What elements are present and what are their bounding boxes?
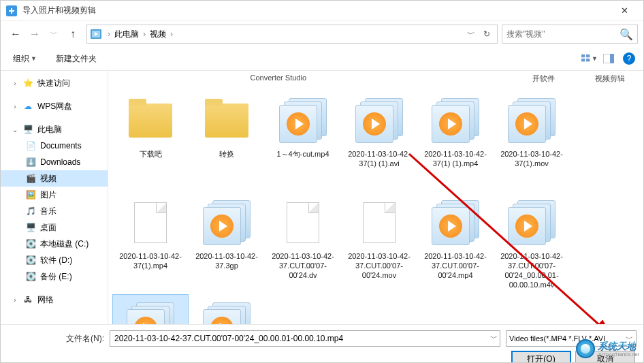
drive-icon: 💽 bbox=[25, 238, 36, 249]
breadcrumb-separator: › bbox=[106, 29, 112, 39]
open-button[interactable]: 打开(O) bbox=[511, 351, 571, 363]
music-icon: 🎵 bbox=[25, 206, 36, 217]
preview-pane-button[interactable] bbox=[600, 51, 617, 66]
tree-network[interactable]: ›🖧网络 bbox=[1, 291, 108, 308]
file-label: 2020-11-03-10-42-37(1) (1).avi bbox=[344, 149, 414, 168]
new-folder-button[interactable]: 新建文件夹 bbox=[52, 50, 101, 67]
search-input[interactable] bbox=[506, 29, 619, 39]
address-dropdown[interactable]: ﹀ bbox=[463, 29, 479, 40]
navbar: ← → ﹀ ↑ › 此电脑 › 视频 › ﹀ ↻ 🔍 bbox=[1, 21, 643, 47]
file-item[interactable]: 2020-11-03-10-42-37(1) (1).mp4 bbox=[417, 90, 494, 192]
svg-rect-5 bbox=[586, 54, 590, 57]
recent-dropdown[interactable]: ﹀ bbox=[44, 25, 63, 44]
svg-rect-9 bbox=[610, 54, 614, 63]
video-thumb-icon bbox=[201, 299, 253, 324]
drive-icon: 💽 bbox=[25, 255, 36, 266]
folder-icon bbox=[201, 95, 253, 146]
file-item[interactable]: 2020-11-03-10-42-37.CUT.00'07-00'28.avi bbox=[189, 294, 265, 324]
watermark: 系统天地 XiTongTianDi.net bbox=[576, 339, 639, 358]
file-label: 2020-11-03-10-42-37.CUT.00'07-00'24.dv bbox=[268, 251, 338, 280]
watermark-url: XiTongTianDi.net bbox=[598, 351, 639, 358]
svg-rect-7 bbox=[586, 59, 590, 61]
tree-wps[interactable]: ›☁WPS网盘 bbox=[1, 98, 108, 114]
up-button[interactable]: ↑ bbox=[63, 25, 82, 44]
video-thumb-icon bbox=[353, 95, 405, 146]
file-item[interactable]: 2020-11-03-10-42-37(1).mp4 bbox=[112, 192, 189, 294]
watermark-logo-icon bbox=[576, 339, 595, 358]
video-thumb-icon bbox=[430, 95, 481, 146]
video-thumb-icon bbox=[125, 299, 176, 324]
back-button[interactable]: ← bbox=[6, 25, 25, 44]
close-button[interactable]: ✕ bbox=[611, 5, 638, 16]
toolbar: 组织▼ 新建文件夹 ▼ ? bbox=[1, 47, 643, 70]
tree-documents[interactable]: 📄Documents bbox=[1, 138, 108, 154]
filename-dropdown[interactable]: ﹀ bbox=[490, 333, 498, 343]
file-item[interactable]: 下载吧 bbox=[112, 90, 189, 192]
document-icon bbox=[353, 197, 405, 249]
watermark-text: 系统天地 bbox=[598, 341, 636, 351]
app-icon bbox=[6, 5, 17, 16]
download-icon: ⬇️ bbox=[25, 157, 36, 168]
drive-icon: 💽 bbox=[25, 271, 36, 282]
file-item[interactable]: 2020-11-03-10-42-37(1).mov bbox=[494, 90, 570, 192]
file-list[interactable]: Converter Studio 开软件 视频剪辑 下载吧转换1～4句-cut.… bbox=[108, 71, 643, 324]
refresh-button[interactable]: ↻ bbox=[479, 29, 494, 39]
window-title: 导入照片和视频剪辑 bbox=[22, 5, 611, 16]
video-icon: 🎬 bbox=[25, 173, 36, 184]
file-label: 2020-11-03-10-42-37(1).mp4 bbox=[116, 251, 185, 270]
folder-icon bbox=[125, 95, 176, 146]
tree-soft-d[interactable]: 💽软件 (D:) bbox=[1, 252, 108, 268]
tree-music[interactable]: 🎵音乐 bbox=[1, 203, 108, 219]
file-item[interactable]: 2020-11-03-10-42-37(1) (1).avi bbox=[341, 90, 417, 192]
help-button[interactable]: ? bbox=[623, 52, 635, 65]
tree-desktop[interactable]: 🖥️桌面 bbox=[1, 219, 108, 236]
tree-videos[interactable]: 🎬视频 bbox=[1, 170, 108, 187]
main-area: ›⭐快速访问 ›☁WPS网盘 ⌄🖥️此电脑 📄Documents ⬇️Downl… bbox=[1, 71, 643, 324]
filename-input[interactable] bbox=[110, 330, 500, 347]
navigation-tree[interactable]: ›⭐快速访问 ›☁WPS网盘 ⌄🖥️此电脑 📄Documents ⬇️Downl… bbox=[1, 71, 108, 324]
video-thumb-icon bbox=[277, 95, 329, 146]
file-item[interactable]: 2020-11-03-10-42-37.3gp bbox=[189, 192, 265, 294]
breadcrumb-separator: › bbox=[142, 29, 147, 39]
file-item[interactable]: 1～4句-cut.mp4 bbox=[265, 90, 341, 192]
titlebar: 导入照片和视频剪辑 ✕ bbox=[1, 1, 643, 21]
file-item[interactable]: 2020-11-03-10-42-37.CUT.00'07-00'24_00.0… bbox=[112, 294, 189, 324]
view-mode-button[interactable]: ▼ bbox=[581, 51, 598, 66]
breadcrumb-videos[interactable]: 视频 bbox=[147, 29, 169, 40]
tree-this-pc[interactable]: ⌄🖥️此电脑 bbox=[1, 121, 108, 138]
tree-quick-access[interactable]: ›⭐快速访问 bbox=[1, 75, 108, 91]
pc-icon: 🖥️ bbox=[22, 124, 33, 135]
document-icon: 📄 bbox=[25, 140, 36, 151]
breadcrumb-separator: › bbox=[169, 29, 174, 39]
forward-button[interactable]: → bbox=[25, 25, 44, 44]
tree-local-c[interactable]: 💽本地磁盘 (C:) bbox=[1, 236, 108, 252]
file-label: 2020-11-03-10-42-37(1).mov bbox=[497, 149, 566, 168]
organize-button[interactable]: 组织▼ bbox=[9, 50, 41, 67]
tree-downloads[interactable]: ⬇️Downloads bbox=[1, 154, 108, 170]
search-box[interactable]: 🔍 bbox=[502, 25, 638, 44]
breadcrumb-this-pc[interactable]: 此电脑 bbox=[112, 29, 142, 40]
file-item[interactable]: 2020-11-03-10-42-37.CUT.00'07-00'24.dv bbox=[265, 192, 341, 294]
file-item[interactable]: 转换 bbox=[189, 90, 265, 192]
video-thumb-icon bbox=[430, 197, 481, 249]
file-item[interactable]: 2020-11-03-10-42-37.CUT.00'07-00'24.mov bbox=[341, 192, 417, 294]
svg-rect-4 bbox=[581, 54, 585, 57]
tree-backup-e[interactable]: 💽备份 (E:) bbox=[1, 268, 108, 285]
star-icon: ⭐ bbox=[22, 78, 33, 89]
search-icon[interactable]: 🔍 bbox=[619, 28, 633, 41]
file-label: 2020-11-03-10-42-37.CUT.00'07-00'24.mov bbox=[344, 251, 414, 280]
file-item[interactable]: 2020-11-03-10-42-37.CUT.00'07-00'24_00.0… bbox=[494, 192, 570, 294]
address-bar[interactable]: › 此电脑 › 视频 › ﹀ ↻ bbox=[86, 25, 498, 44]
video-thumb-icon bbox=[506, 95, 558, 146]
desktop-icon: 🖥️ bbox=[25, 222, 36, 233]
file-label: 2020-11-03-10-42-37.CUT.00'07-00'24.mp4 bbox=[421, 251, 490, 280]
file-label: 下载吧 bbox=[116, 149, 185, 159]
file-label-truncated: 开软件 bbox=[511, 74, 577, 90]
file-label-truncated: Converter Studio bbox=[245, 74, 312, 90]
cloud-icon: ☁ bbox=[22, 101, 33, 112]
file-item[interactable]: 2020-11-03-10-42-37.CUT.00'07-00'24.mp4 bbox=[417, 192, 494, 294]
tree-pictures[interactable]: 🖼️图片 bbox=[1, 187, 108, 203]
network-icon: 🖧 bbox=[22, 294, 33, 305]
document-icon bbox=[277, 197, 329, 249]
file-label: 转换 bbox=[192, 149, 261, 159]
